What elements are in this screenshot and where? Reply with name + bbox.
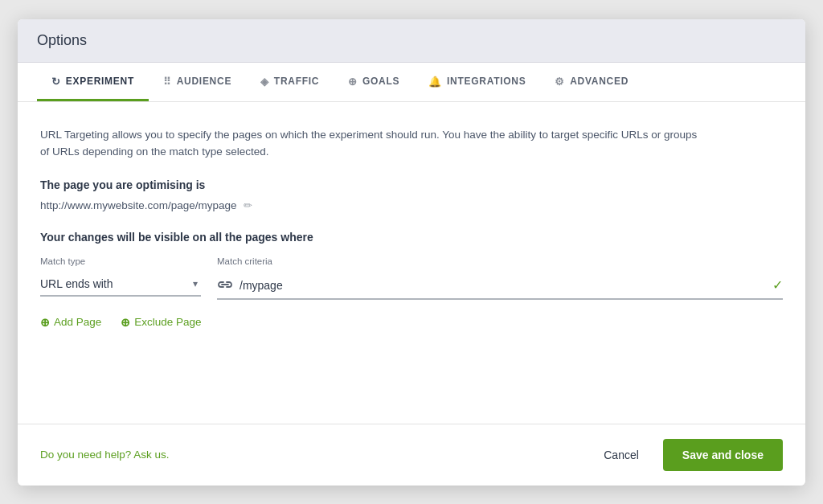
dialog-footer: Do you need help? Ask us. Cancel Save an…	[18, 424, 805, 486]
tab-traffic[interactable]: ◈ TRAFFIC	[246, 63, 334, 101]
add-page-icon: ⊕	[40, 316, 50, 329]
integrations-icon: 🔔	[428, 76, 442, 88]
page-url-row: http://www.mywebsite.com/page/mypage ✏	[40, 199, 783, 211]
traffic-icon: ◈	[260, 76, 269, 88]
link-icon	[217, 280, 233, 291]
add-page-label: Add Page	[54, 316, 101, 328]
audience-icon: ⠿	[163, 76, 172, 88]
match-type-select[interactable]: URL ends with ▾	[40, 272, 201, 297]
match-type-field: Match type URL ends with ▾	[40, 256, 201, 297]
action-links: ⊕ Add Page ⊕ Exclude Page	[40, 316, 783, 329]
footer-buttons: Cancel Save and close	[589, 439, 783, 471]
exclude-page-label: Exclude Page	[134, 316, 201, 328]
check-icon: ✓	[772, 277, 783, 293]
tab-integrations[interactable]: 🔔 INTEGRATIONS	[414, 63, 540, 101]
tab-audience[interactable]: ⠿ AUDIENCE	[149, 63, 246, 101]
match-type-value: URL ends with	[40, 277, 113, 290]
match-criteria-input[interactable]	[240, 276, 766, 295]
match-type-label: Match type	[40, 256, 201, 266]
experiment-icon: ↻	[51, 76, 61, 88]
advanced-icon: ⚙	[555, 76, 565, 88]
tab-advanced[interactable]: ⚙ ADVANCED	[540, 63, 643, 101]
dialog-title: Options	[37, 32, 87, 48]
changes-label: Your changes will be visible on all the …	[40, 231, 783, 244]
dialog-body: URL Targeting allows you to specify the …	[18, 102, 805, 424]
help-text[interactable]: Do you need help? Ask us.	[40, 449, 170, 461]
tab-goals[interactable]: ⊕ GOALS	[334, 63, 414, 101]
exclude-page-link[interactable]: ⊕ Exclude Page	[121, 316, 201, 329]
chevron-down-icon: ▾	[193, 278, 198, 289]
description-text: URL Targeting allows you to specify the …	[40, 126, 699, 161]
add-page-link[interactable]: ⊕ Add Page	[40, 316, 101, 329]
cancel-button[interactable]: Cancel	[589, 440, 653, 469]
exclude-page-icon: ⊕	[121, 316, 130, 329]
dialog-header: Options	[18, 19, 805, 63]
goals-icon: ⊕	[348, 76, 358, 88]
match-row: Match type URL ends with ▾ Match criteri…	[40, 256, 783, 300]
page-url-text: http://www.mywebsite.com/page/mypage	[40, 199, 237, 211]
match-criteria-input-row: ✓	[217, 272, 783, 300]
tab-experiment[interactable]: ↻ EXPERIMENT	[37, 63, 149, 101]
edit-icon[interactable]: ✏	[244, 199, 252, 211]
match-criteria-label: Match criteria	[217, 256, 783, 266]
options-dialog: Options ↻ EXPERIMENT ⠿ AUDIENCE ◈ TRAFFI…	[18, 19, 805, 486]
tabs-bar: ↻ EXPERIMENT ⠿ AUDIENCE ◈ TRAFFIC ⊕ GOAL…	[18, 63, 805, 102]
page-label: The page you are optimising is	[40, 178, 783, 191]
save-button[interactable]: Save and close	[663, 439, 783, 471]
match-criteria-field: Match criteria ✓	[217, 256, 783, 300]
